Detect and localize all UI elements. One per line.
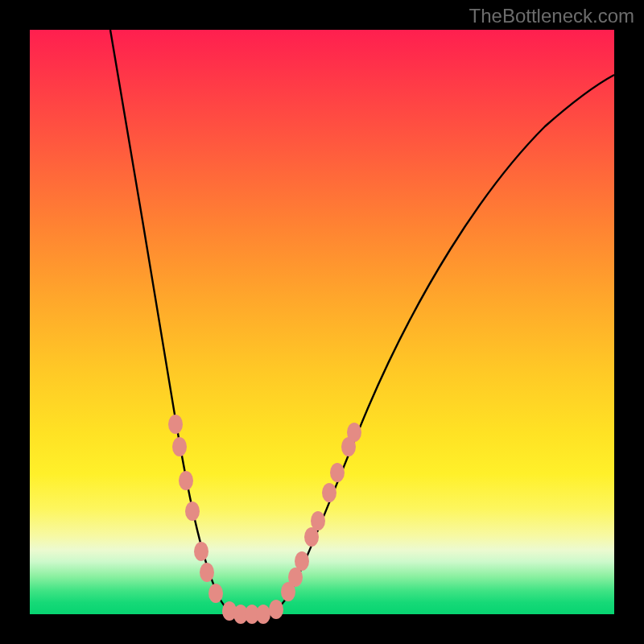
chart-frame: TheBottleneck.com	[0, 0, 644, 644]
highlight-dot	[168, 415, 183, 434]
highlight-dot	[347, 423, 361, 442]
highlight-dot	[311, 511, 325, 530]
bottleneck-curve	[110, 30, 614, 614]
highlight-dot	[208, 584, 223, 603]
chart-plot-area	[30, 30, 614, 614]
highlight-dot	[330, 463, 345, 482]
highlight-dot	[179, 471, 193, 490]
watermark-text: TheBottleneck.com	[469, 5, 634, 27]
highlight-dot	[295, 551, 309, 571]
chart-svg	[30, 30, 614, 614]
highlight-dots-group	[168, 415, 361, 624]
highlight-dot	[322, 483, 336, 502]
highlight-dot	[256, 605, 270, 624]
highlight-dot	[269, 600, 283, 619]
highlight-dot	[200, 563, 214, 582]
highlight-dot	[172, 437, 187, 456]
highlight-dot	[194, 542, 208, 561]
highlight-dot	[185, 502, 200, 521]
